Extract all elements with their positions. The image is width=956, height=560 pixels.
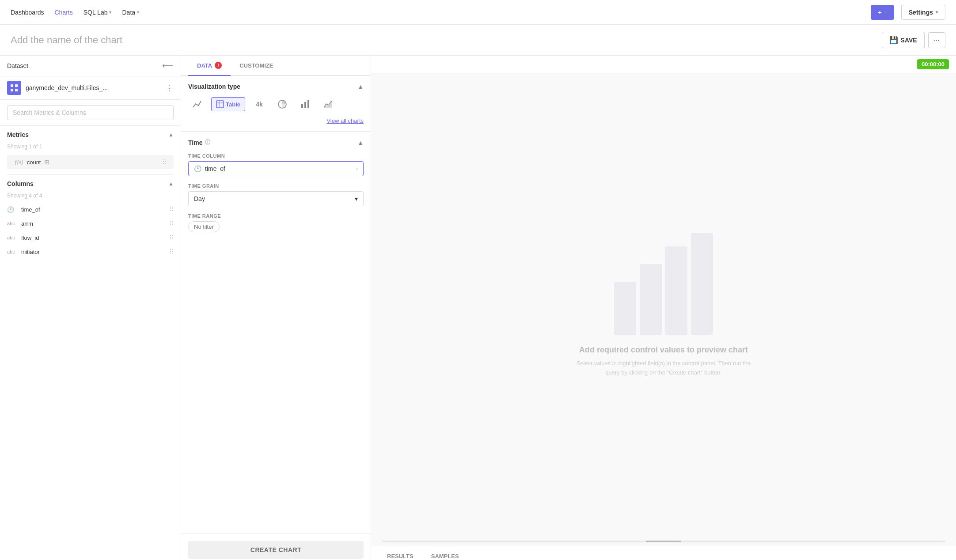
col-drag-handle[interactable]: ⠿: [169, 234, 174, 241]
time-info-icon[interactable]: ⓘ: [205, 139, 210, 146]
col-drag-handle[interactable]: ⠿: [169, 248, 174, 255]
viz-icon-table[interactable]: Table: [211, 97, 245, 111]
metric-table-icon: ⊞: [44, 159, 49, 166]
right-panel-top: 00:00:00: [371, 56, 956, 73]
viz-icon-pie[interactable]: [273, 95, 291, 113]
column-item-time_of[interactable]: 🕐 time_of ⠿: [0, 202, 181, 216]
nav-links: Dashboards Charts SQL Lab ▾ Data ▾: [11, 9, 139, 16]
viz-icons-row: Table 4k: [188, 95, 364, 113]
save-button[interactable]: 💾 SAVE: [882, 32, 925, 48]
tab-samples[interactable]: SAMPLES: [422, 546, 468, 560]
columns-showing: Showing 4 of 4: [0, 191, 181, 202]
svg-rect-10: [307, 100, 309, 108]
svg-rect-8: [301, 104, 303, 108]
settings-button[interactable]: Settings ▾: [901, 5, 945, 20]
main-layout: Dataset ⟵ ganymede_dev_multi.Files_... ⋮: [0, 56, 956, 560]
create-chart-button[interactable]: CREATE CHART: [188, 541, 364, 559]
scrollbar-thumb[interactable]: [646, 541, 681, 542]
metrics-collapse-icon[interactable]: ▲: [168, 132, 174, 138]
time-collapse-icon[interactable]: ▲: [357, 139, 364, 146]
tab-results[interactable]: RESULTS: [378, 546, 422, 560]
viz-type-section: Visualization type ▲ Table: [181, 76, 371, 132]
svg-rect-2: [11, 89, 13, 91]
no-filter-tag[interactable]: No filter: [188, 221, 220, 232]
nav-charts[interactable]: Charts: [55, 9, 73, 16]
columns-collapse-icon[interactable]: ▲: [168, 181, 174, 187]
viz-icon-4k[interactable]: 4k: [250, 95, 268, 113]
time-column-select[interactable]: 🕐 time_of ›: [188, 161, 364, 176]
time-section-title: Time ⓘ: [188, 139, 210, 146]
time-column-label: TIME COLUMN: [188, 153, 364, 159]
search-input[interactable]: [7, 105, 174, 120]
viz-icon-bar[interactable]: [296, 95, 314, 113]
svg-rect-4: [216, 101, 224, 108]
metrics-title: Metrics: [7, 131, 29, 138]
bottom-tabs: RESULTS SAMPLES: [371, 546, 956, 560]
dataset-label: Dataset: [7, 62, 28, 69]
timer-badge: 00:00:00: [917, 59, 949, 69]
tab-customize[interactable]: CUSTOMIZE: [231, 56, 282, 76]
col-drag-handle[interactable]: ⠿: [169, 220, 174, 227]
svg-rect-9: [304, 102, 306, 108]
nav-dashboards[interactable]: Dashboards: [11, 9, 44, 16]
dataset-menu-button[interactable]: ⋮: [166, 83, 174, 93]
left-panel: Dataset ⟵ ganymede_dev_multi.Files_... ⋮: [0, 56, 181, 560]
time-grain-group: TIME GRAIN Day ▾: [188, 183, 364, 206]
more-options-button[interactable]: ···: [928, 32, 945, 48]
middle-panel: DATA ! CUSTOMIZE Visualization type ▲: [181, 56, 371, 560]
dataset-row: ganymede_dev_multi.Files_... ⋮: [0, 76, 181, 100]
time-range-filter[interactable]: No filter: [188, 221, 364, 232]
time-range-label: TIME RANGE: [188, 213, 364, 219]
nav-data[interactable]: Data ▾: [122, 9, 139, 16]
time-column-group: TIME COLUMN 🕐 time_of ›: [188, 153, 364, 176]
viz-icon-line[interactable]: [188, 95, 206, 113]
dataset-info: ganymede_dev_multi.Files_...: [7, 81, 108, 95]
view-all-charts-link[interactable]: View all charts: [188, 117, 364, 124]
svg-rect-0: [11, 84, 13, 87]
metrics-showing: Showing 1 of 1: [0, 142, 181, 153]
nav-plus-button[interactable]: + ▾: [871, 5, 894, 20]
svg-rect-1: [15, 84, 18, 87]
page-header: Add the name of the chart 💾 SAVE ···: [0, 25, 956, 56]
preview-bar: [614, 282, 636, 335]
page-title: Add the name of the chart: [11, 34, 122, 46]
data-chevron-icon: ▾: [137, 10, 139, 15]
viz-type-title: Visualization type: [188, 83, 240, 90]
svg-rect-3: [15, 89, 18, 91]
dataset-collapse-icon[interactable]: ⟵: [162, 61, 174, 71]
scrollbar-track: [382, 541, 945, 542]
metric-name: count: [27, 159, 41, 166]
nav-sqllab[interactable]: SQL Lab ▾: [83, 9, 112, 16]
column-item-initiator[interactable]: abc initiator ⠿: [0, 245, 181, 259]
top-navigation: Dashboards Charts SQL Lab ▾ Data ▾ + ▾ S…: [0, 0, 956, 25]
columns-section-header: Columns ▲: [0, 175, 181, 191]
clock-icon: 🕐: [194, 165, 201, 172]
dataset-grid-icon: [7, 81, 21, 95]
metric-left: ƒ(x) count ⊞: [14, 159, 49, 166]
col-drag-handle[interactable]: ⠿: [169, 206, 174, 213]
col-type-clock: 🕐: [7, 206, 18, 213]
nav-right: + ▾ Settings ▾: [871, 5, 945, 20]
col-type-abc: abc: [7, 221, 18, 226]
col-type-abc: abc: [7, 235, 18, 240]
preview-bar: [691, 233, 713, 335]
columns-title: Columns: [7, 180, 34, 187]
time-section: Time ⓘ ▲ TIME COLUMN 🕐 time_of › TIME: [181, 132, 371, 246]
data-tab-badge: !: [215, 62, 222, 69]
column-item-arrm[interactable]: abc arrm ⠿: [0, 216, 181, 231]
middle-tabs: DATA ! CUSTOMIZE: [181, 56, 371, 76]
col-name: time_of: [21, 206, 40, 213]
dataset-name: ganymede_dev_multi.Files_...: [26, 84, 108, 91]
tab-data[interactable]: DATA !: [188, 56, 231, 76]
time-grain-chevron-icon: ▾: [355, 195, 358, 202]
header-actions: 💾 SAVE ···: [882, 32, 945, 48]
viz-type-collapse-icon[interactable]: ▲: [357, 83, 364, 90]
sqllab-chevron-icon: ▾: [109, 10, 111, 15]
metric-drag-handle[interactable]: ⠿: [162, 159, 167, 166]
column-item-flow_id[interactable]: abc flow_id ⠿: [0, 231, 181, 245]
preview-bar: [665, 246, 687, 335]
time-grain-select[interactable]: Day ▾: [188, 191, 364, 206]
viz-icon-area[interactable]: [319, 95, 337, 113]
chart-scrollbar: [371, 537, 956, 546]
metric-item[interactable]: ƒ(x) count ⊞ ⠿: [7, 155, 174, 169]
